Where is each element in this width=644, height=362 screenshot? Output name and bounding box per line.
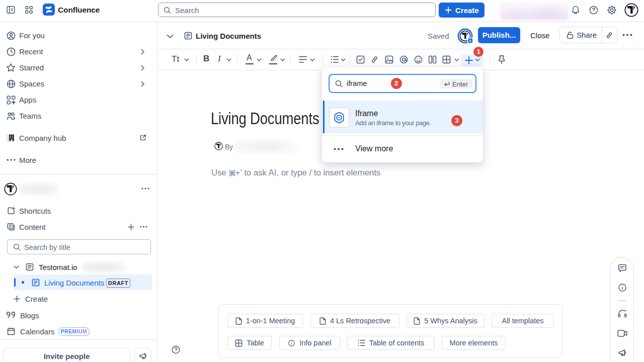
svg-text:c: c	[469, 38, 471, 43]
